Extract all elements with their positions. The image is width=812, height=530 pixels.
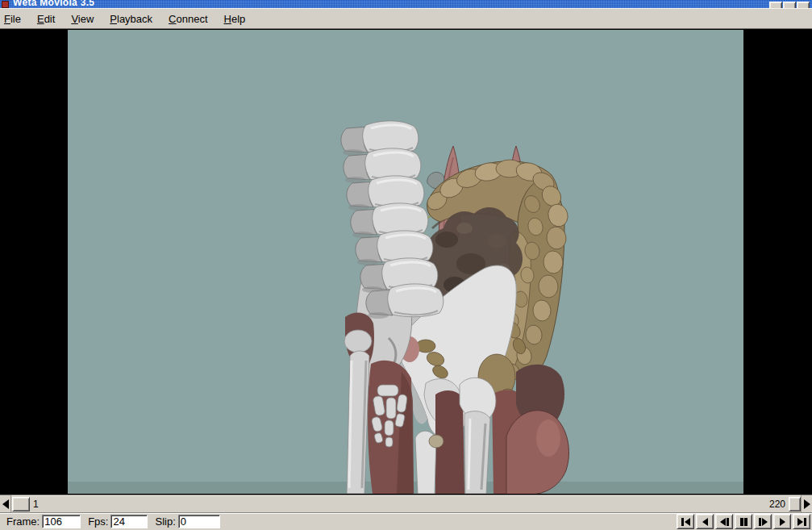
timeline-start-label: 1 <box>33 499 39 510</box>
gluteal-muscle <box>506 411 568 494</box>
minimize-button[interactable] <box>769 2 782 8</box>
frame-field: Frame: <box>6 515 81 528</box>
moviola-window: Weta Moviola 3.5 File Edit View Playback… <box>0 0 812 530</box>
step-back-bar-icon <box>727 518 729 526</box>
fps-field: Fps: <box>88 515 148 528</box>
menu-view[interactable]: View <box>69 12 95 26</box>
slip-label: Slip: <box>155 515 175 528</box>
right-arrow-icon <box>804 499 810 509</box>
transport-controls <box>677 514 810 529</box>
menu-connect[interactable]: Connect <box>167 12 209 26</box>
slip-input[interactable] <box>178 515 220 528</box>
timeline-start-thumb[interactable] <box>12 497 30 511</box>
timeline-scrollbar[interactable]: 1 220 <box>0 495 812 512</box>
go-to-start-button[interactable] <box>677 514 694 529</box>
timeline-left-arrow-button[interactable] <box>0 495 11 513</box>
app-icon <box>2 1 9 8</box>
menu-edit[interactable]: Edit <box>35 12 56 26</box>
slip-field: Slip: <box>155 515 219 528</box>
step-backward-button[interactable] <box>715 514 733 529</box>
frame-label: Frame: <box>6 515 40 528</box>
play-backward-icon <box>702 518 708 526</box>
menu-playback[interactable]: Playback <box>108 12 154 26</box>
fps-input[interactable] <box>110 515 148 528</box>
step-forward-bar-icon <box>759 518 761 526</box>
control-bar: Frame: Fps: Slip: <box>0 512 812 530</box>
pause-bar-right-icon <box>744 518 747 526</box>
maximize-button[interactable] <box>783 2 796 8</box>
close-button[interactable] <box>797 2 810 8</box>
video-viewport[interactable] <box>68 30 743 494</box>
frame-input[interactable] <box>42 515 81 528</box>
end-bar-icon <box>804 518 806 526</box>
start-bar-icon <box>681 518 684 526</box>
timeline-end-label: 220 <box>769 499 785 510</box>
timeline-right-arrow-button[interactable] <box>801 495 812 513</box>
pause-button[interactable] <box>735 514 752 529</box>
window-title: Weta Moviola 3.5 <box>13 0 94 8</box>
anatomy-scene <box>68 30 743 494</box>
left-arrow-icon <box>2 499 9 509</box>
go-to-end-button[interactable] <box>793 514 810 529</box>
pause-bar-left-icon <box>740 518 743 526</box>
start-triangle-icon <box>685 518 690 526</box>
step-back-triangle-icon <box>720 518 726 526</box>
step-forward-triangle-icon <box>762 518 768 526</box>
play-backward-button[interactable] <box>696 514 714 529</box>
titlebar[interactable]: Weta Moviola 3.5 <box>0 0 812 8</box>
menu-file[interactable]: File <box>2 12 23 26</box>
timeline-end-thumb[interactable] <box>789 497 801 511</box>
main-area <box>0 29 812 495</box>
step-forward-button[interactable] <box>754 514 772 529</box>
fps-label: Fps: <box>88 515 108 528</box>
menubar: File Edit View Playback Connect Help <box>0 8 812 29</box>
play-forward-button[interactable] <box>773 514 791 529</box>
menu-help[interactable]: Help <box>223 12 248 26</box>
end-triangle-icon <box>797 518 803 526</box>
play-forward-icon <box>780 518 785 526</box>
window-controls <box>769 2 810 8</box>
